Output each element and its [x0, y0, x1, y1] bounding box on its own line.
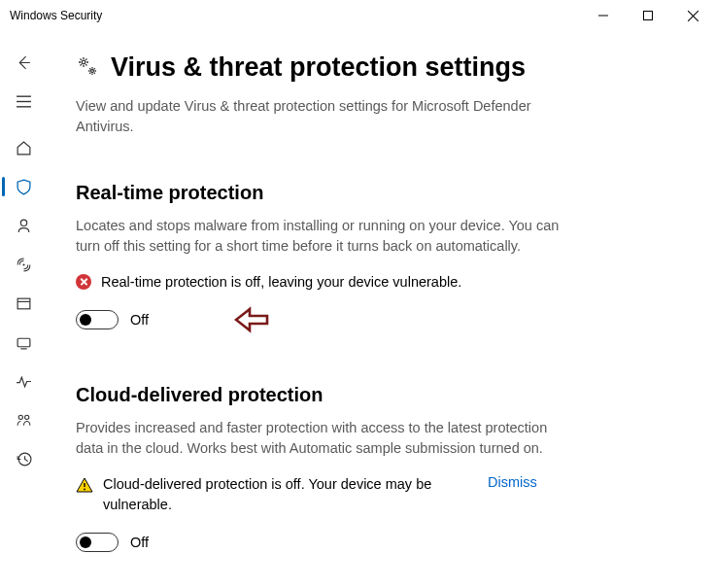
realtime-toggle-label: Off — [130, 312, 149, 328]
svg-rect-12 — [17, 338, 30, 347]
svg-point-17 — [82, 60, 85, 64]
sidebar-item-firewall[interactable] — [2, 245, 45, 284]
content: Virus & threat protection settings View … — [47, 31, 715, 588]
realtime-alert-text: Real-time protection is off, leaving you… — [101, 272, 461, 293]
realtime-heading: Real-time protection — [76, 182, 686, 204]
maximize-button[interactable] — [626, 0, 670, 31]
sidebar-item-app-browser[interactable] — [2, 284, 45, 323]
titlebar: Windows Security — [0, 0, 715, 31]
cloud-alert: Cloud-delivered protection is off. Your … — [76, 474, 686, 515]
warning-icon — [76, 476, 93, 494]
sidebar-item-account[interactable] — [2, 206, 45, 245]
cloud-toggle-row: Off — [76, 533, 686, 552]
cloud-heading: Cloud-delivered protection — [76, 384, 686, 406]
svg-point-14 — [18, 415, 22, 419]
sidebar — [0, 31, 47, 588]
minimize-button[interactable] — [581, 0, 626, 31]
sidebar-item-performance[interactable] — [2, 362, 45, 400]
annotation-arrow-icon — [234, 306, 269, 337]
realtime-alert: Real-time protection is off, leaving you… — [76, 272, 686, 293]
svg-point-9 — [22, 263, 24, 265]
sidebar-item-family[interactable] — [2, 400, 45, 439]
svg-point-15 — [24, 415, 28, 419]
settings-gears-icon — [76, 54, 99, 82]
page-header: Virus & threat protection settings — [76, 52, 686, 83]
menu-button[interactable] — [2, 82, 45, 121]
window-title: Windows Security — [10, 9, 581, 22]
error-icon — [76, 274, 91, 290]
cloud-toggle-label: Off — [130, 535, 149, 550]
svg-point-20 — [84, 489, 85, 491]
svg-point-18 — [91, 69, 94, 72]
svg-point-8 — [20, 220, 26, 225]
page-description: View and update Virus & threat protectio… — [76, 96, 571, 137]
realtime-toggle-row: Off — [76, 310, 686, 329]
back-button[interactable] — [2, 43, 45, 82]
sidebar-item-device-security[interactable] — [2, 323, 45, 362]
cloud-alert-text: Cloud-delivered protection is off. Your … — [103, 474, 472, 515]
cloud-description: Provides increased and faster protection… — [76, 418, 562, 459]
page-title: Virus & threat protection settings — [111, 52, 526, 83]
close-button[interactable] — [670, 0, 715, 31]
realtime-section: Real-time protection Locates and stops m… — [76, 182, 686, 329]
cloud-toggle[interactable] — [76, 533, 119, 552]
realtime-toggle[interactable] — [76, 310, 119, 329]
svg-rect-10 — [17, 298, 30, 309]
realtime-description: Locates and stops malware from installin… — [76, 216, 562, 257]
sidebar-item-history[interactable] — [2, 439, 45, 478]
cloud-dismiss-link[interactable]: Dismiss — [488, 474, 537, 490]
cloud-section: Cloud-delivered protection Provides incr… — [76, 384, 686, 552]
svg-rect-1 — [644, 12, 653, 20]
sidebar-item-home[interactable] — [2, 128, 45, 167]
sidebar-item-virus[interactable] — [2, 167, 45, 206]
